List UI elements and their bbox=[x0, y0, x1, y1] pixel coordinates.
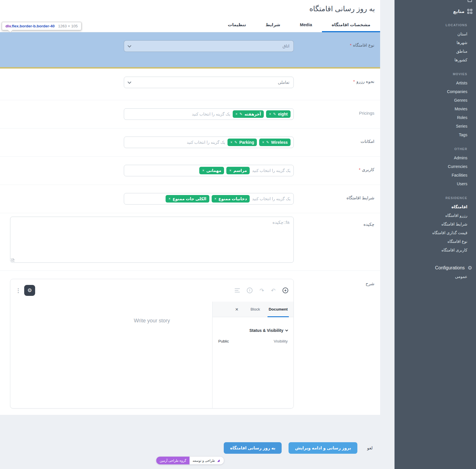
status-visibility-heading[interactable]: Status & Visibility bbox=[218, 328, 288, 333]
edit-icon[interactable]: ✎ bbox=[273, 112, 276, 116]
undo-icon[interactable]: ↶ bbox=[271, 288, 276, 293]
excerpt-label: چکیده bbox=[294, 213, 374, 271]
sidebar-item-residence-pricing[interactable]: قیمت گذاری اقامتگاه bbox=[395, 228, 476, 237]
remove-icon[interactable]: × bbox=[236, 112, 238, 116]
sidebar-item-residence[interactable]: اقامتگاه bbox=[395, 203, 476, 211]
sidebar-item-users[interactable]: Users bbox=[395, 179, 476, 188]
panel-tab-block[interactable]: Block bbox=[251, 302, 260, 317]
cancel-link[interactable]: لغو bbox=[367, 446, 373, 450]
sidebar-item-currencies[interactable]: Currencies bbox=[395, 162, 476, 171]
facilities-multiselect[interactable]: Wireless ✎ × Parking ✎ × یک گزینه را انت… bbox=[124, 137, 294, 148]
row-booking-method: نحوه رزرو* تعاملی bbox=[0, 69, 380, 100]
usage-tag: مهمانی × bbox=[199, 167, 224, 174]
form-actions: لغو بروز رسانی و ادامه ویرایش به روز رسا… bbox=[0, 442, 380, 454]
close-icon[interactable]: × bbox=[235, 306, 238, 313]
devtools-selector: div.flex.border-b.border-40 bbox=[5, 24, 55, 28]
update-button[interactable]: به روز رسانی اقامتگاه bbox=[224, 442, 282, 454]
facilities-label: امکانات bbox=[294, 128, 374, 156]
sidebar-item-countries[interactable]: کشورها bbox=[395, 56, 476, 64]
facility-tag: Parking ✎ × bbox=[227, 139, 257, 146]
gear-icon: ⚙ bbox=[27, 287, 32, 294]
selected-value: اتاق bbox=[282, 44, 289, 48]
row-description: شرح ⋮ ⚙ i ↷ ↶ + Wr bbox=[0, 271, 380, 415]
sidebar-item-residence-booking[interactable]: رزرو اقامتگاه bbox=[395, 211, 476, 220]
devtools-dimensions: 1263 × 105 bbox=[58, 24, 78, 28]
required-asterisk: * bbox=[350, 43, 352, 48]
residence-type-select[interactable]: اتاق bbox=[124, 40, 294, 52]
sidebar-section-movies: MOVIES bbox=[395, 72, 476, 76]
edit-icon[interactable]: ✎ bbox=[266, 141, 269, 144]
sidebar-item-tags[interactable]: Tags bbox=[395, 131, 476, 139]
sidebar-item-facilities[interactable]: Facilities bbox=[395, 171, 476, 179]
add-block-icon[interactable]: + bbox=[282, 288, 288, 293]
label-text: شرایط اقامتگاه bbox=[346, 195, 374, 200]
remove-icon[interactable]: × bbox=[215, 197, 217, 201]
sidebar-item-admins[interactable]: Admins bbox=[395, 154, 476, 162]
remove-icon[interactable]: × bbox=[168, 197, 170, 201]
sidebar-item-residence-terms[interactable]: شرایط اقامتگاه bbox=[395, 220, 476, 228]
info-icon[interactable]: i bbox=[247, 288, 253, 293]
visibility-row: Public Visibility bbox=[218, 339, 288, 343]
sidebar-item-cities[interactable]: شهرها bbox=[395, 38, 476, 47]
residence-terms-label: شرایط اقامتگاه bbox=[294, 185, 374, 213]
sidebar: منابع LOCATIONS استان شهرها مناطق کشورها… bbox=[395, 0, 476, 469]
tab-terms[interactable]: شرایط bbox=[256, 17, 290, 32]
editor-body[interactable]: Write your story × Block Document Status… bbox=[10, 302, 293, 409]
tag-text: دخانیات ممنوع bbox=[219, 196, 247, 201]
credit-badge[interactable]: گروه طراحی آرمین طراحی و توسعه bbox=[156, 457, 224, 464]
page: به روز رسانی اقامتگاه مشخصات اقامتگاه Me… bbox=[0, 0, 476, 469]
tab-settings[interactable]: تنظیمات bbox=[218, 17, 256, 32]
tag-text: مهمانی bbox=[206, 168, 221, 173]
sidebar-item-residence-type[interactable]: نوع اقامتگاه bbox=[395, 237, 476, 246]
resize-handle[interactable] bbox=[11, 258, 14, 262]
sidebar-item-general[interactable]: عمومی bbox=[395, 272, 476, 281]
required-asterisk: * bbox=[353, 79, 355, 84]
multiselect-placeholder: یک گزینه را انتخاب کنید bbox=[187, 140, 225, 145]
tag-text: الکلی جات ممنوع bbox=[172, 196, 206, 201]
sidebar-configurations-header[interactable]: ⚙ Configurations bbox=[395, 264, 476, 272]
redo-icon[interactable]: ↷ bbox=[259, 288, 264, 293]
list-icon[interactable] bbox=[235, 288, 240, 293]
edit-icon[interactable]: ✎ bbox=[234, 141, 237, 144]
tab-label: Media bbox=[300, 22, 312, 27]
tag-text: Wireless bbox=[271, 140, 288, 145]
sidebar-item-genres[interactable]: Genres bbox=[395, 96, 476, 105]
panel-tab-document[interactable]: Document bbox=[269, 302, 288, 317]
sidebar-item-artists[interactable]: Artists bbox=[395, 79, 476, 87]
grid-icon bbox=[467, 9, 472, 14]
resources-label: منابع bbox=[453, 9, 464, 14]
sidebar-item-roles[interactable]: Roles bbox=[395, 113, 476, 122]
edit-icon[interactable]: ✎ bbox=[240, 112, 242, 116]
remove-icon[interactable]: × bbox=[230, 141, 232, 144]
tab-label: شرایط bbox=[266, 22, 280, 27]
editor-settings-button[interactable]: ⚙ bbox=[24, 285, 35, 296]
tab-residence-specs[interactable]: مشخصات اقامتگاه bbox=[322, 17, 380, 32]
update-continue-button[interactable]: بروز رسانی و ادامه ویرایش bbox=[289, 442, 357, 454]
excerpt-textarea[interactable]: fa::چکیده bbox=[10, 217, 294, 263]
more-options-icon[interactable]: ⋮ bbox=[16, 287, 21, 294]
residence-terms-multiselect[interactable]: یک گزینه را انتخاب کنید دخانیات ممنوع × … bbox=[124, 193, 294, 205]
sidebar-item-series[interactable]: Series bbox=[395, 122, 476, 131]
multiselect-placeholder: یک گزینه را انتخاب کنید bbox=[252, 196, 291, 201]
sidebar-item-residence-usage[interactable]: کاربری اقامتگاه bbox=[395, 246, 476, 254]
label-text: Pricings bbox=[359, 111, 374, 116]
tab-media[interactable]: Media bbox=[290, 17, 322, 32]
remove-icon[interactable]: × bbox=[229, 169, 231, 172]
tab-label: Block bbox=[251, 307, 260, 311]
remove-icon[interactable]: × bbox=[202, 169, 204, 172]
gear-icon: ⚙ bbox=[468, 265, 472, 271]
panel-tabbar: × Block Document bbox=[213, 302, 293, 317]
sidebar-resources-header[interactable]: منابع bbox=[395, 7, 476, 15]
pricings-multiselect[interactable]: eight ✎ × آخرهفته ✎ × یک گزینه را انتخاب… bbox=[124, 108, 294, 120]
sidebar-item-regions[interactable]: مناطق bbox=[395, 47, 476, 56]
visibility-value[interactable]: Public bbox=[218, 339, 229, 343]
sidebar-section-other: OTHER bbox=[395, 147, 476, 151]
sidebar-item-provinces[interactable]: استان bbox=[395, 30, 476, 38]
remove-icon[interactable]: × bbox=[269, 112, 271, 116]
sidebar-item-companies[interactable]: Companies bbox=[395, 87, 476, 96]
chevron-down-icon bbox=[285, 329, 288, 332]
usage-multiselect[interactable]: یک گزینه را انتخاب کنید مراسم × مهمانی × bbox=[124, 165, 294, 176]
booking-method-select[interactable]: تعاملی bbox=[124, 77, 294, 88]
remove-icon[interactable]: × bbox=[262, 141, 264, 144]
sidebar-item-movies[interactable]: Movies bbox=[395, 105, 476, 113]
